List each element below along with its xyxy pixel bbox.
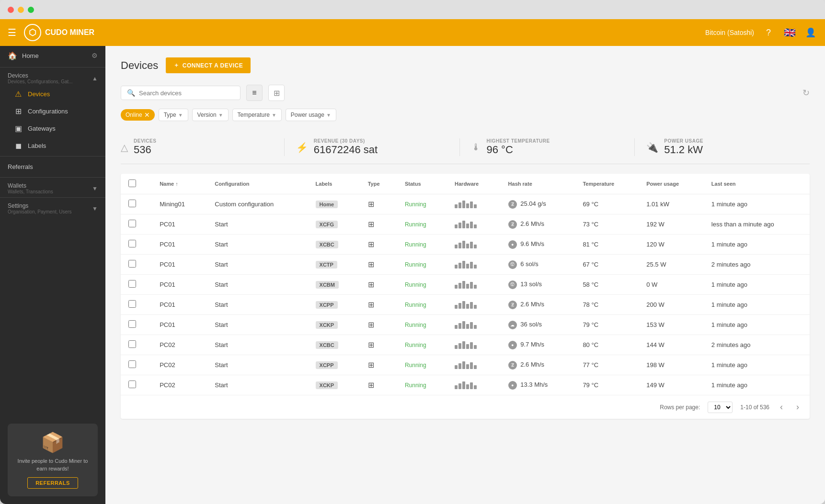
row-checkbox[interactable] xyxy=(121,295,152,315)
row-label: XCKP xyxy=(308,315,360,335)
os-icon: ⊞ xyxy=(368,361,374,369)
devices-label: Devices xyxy=(28,90,50,98)
row-status: Running xyxy=(397,355,447,375)
grid-view-button[interactable]: ⊞ xyxy=(268,85,285,101)
sidebar-item-devices[interactable]: ⚠ Devices xyxy=(0,85,105,102)
row-config: Custom configuration xyxy=(207,194,308,214)
type-filter[interactable]: Type ▼ xyxy=(159,109,188,121)
row-type: ⊞ xyxy=(360,255,397,275)
row-checkbox[interactable] xyxy=(121,335,152,355)
row-select-checkbox[interactable] xyxy=(128,220,136,227)
row-label: Home xyxy=(308,194,360,214)
power-usage-filter[interactable]: Power usage ▼ xyxy=(286,109,336,121)
row-checkbox[interactable] xyxy=(121,255,152,275)
row-select-checkbox[interactable] xyxy=(128,340,136,348)
row-hardware xyxy=(447,355,501,375)
collapse-icon[interactable]: ▲ xyxy=(92,75,98,82)
row-power: 153 W xyxy=(639,315,704,335)
rows-per-page-select[interactable]: 10 25 50 xyxy=(708,402,733,413)
list-view-button[interactable]: ≡ xyxy=(246,85,263,101)
row-hashrate: Ƶ 2.6 Mh/s xyxy=(501,355,575,375)
account-icon[interactable]: 👤 xyxy=(804,26,817,39)
devices-stat-icon: △ xyxy=(121,142,128,153)
row-last-seen: less than a minute ago xyxy=(704,214,810,235)
devices-group-subtitle: Devices, Configurations, Gat... xyxy=(8,79,73,84)
sidebar-item-gateways[interactable]: ▣ Gateways xyxy=(0,120,105,137)
row-name: PC01 xyxy=(152,315,207,335)
row-checkbox[interactable] xyxy=(121,355,152,375)
settings-gear-icon[interactable]: ⚙ xyxy=(92,52,98,59)
filters-bar: Online ✕ Type ▼ Version ▼ Temperature ▼ xyxy=(121,109,810,121)
connect-device-button[interactable]: ＋ CONNECT A DEVICE xyxy=(166,57,251,73)
th-name[interactable]: Name ↑ xyxy=(152,174,207,194)
settings-group-header[interactable]: Settings Organisation, Payment, Users ▼ xyxy=(0,200,105,215)
row-select-checkbox[interactable] xyxy=(128,260,136,268)
row-checkbox[interactable] xyxy=(121,315,152,335)
sidebar-item-labels[interactable]: ◼ Labels xyxy=(0,137,105,154)
temperature-filter[interactable]: Temperature ▼ xyxy=(232,109,282,121)
row-select-checkbox[interactable] xyxy=(128,360,136,368)
wallets-group-header[interactable]: Wallets Wallets, Transactions ▼ xyxy=(0,179,105,195)
referrals-button[interactable]: REFERRALS xyxy=(27,477,78,489)
version-filter[interactable]: Version ▼ xyxy=(192,109,229,121)
row-status: Running xyxy=(397,275,447,295)
sidebar-item-home[interactable]: 🏠 Home ⚙ xyxy=(0,46,105,65)
row-checkbox[interactable] xyxy=(121,214,152,235)
row-checkbox[interactable] xyxy=(121,375,152,395)
home-icon: 🏠 xyxy=(8,51,17,60)
row-type: ⊞ xyxy=(360,335,397,355)
row-type: ⊞ xyxy=(360,315,397,335)
row-select-checkbox[interactable] xyxy=(128,200,136,207)
language-flag[interactable]: 🇬🇧 xyxy=(783,26,796,39)
row-temperature: 67 °C xyxy=(575,255,639,275)
row-hardware xyxy=(447,295,501,315)
row-select-checkbox[interactable] xyxy=(128,300,136,308)
wallets-collapse-icon[interactable]: ▼ xyxy=(92,185,98,192)
row-select-checkbox[interactable] xyxy=(128,320,136,328)
row-label: XCBC xyxy=(308,235,360,255)
row-temperature: 58 °C xyxy=(575,275,639,295)
configurations-icon: ⊞ xyxy=(13,106,23,116)
row-hardware xyxy=(447,235,501,255)
online-chip-remove[interactable]: ✕ xyxy=(144,111,150,119)
row-checkbox[interactable] xyxy=(121,235,152,255)
row-power: 120 W xyxy=(639,235,704,255)
devices-stat-label: DEVICES xyxy=(134,138,156,144)
gateways-icon: ▣ xyxy=(13,123,23,133)
table-row: Mining01 Custom configuration Home ⊞ Run… xyxy=(121,194,810,214)
row-power: 200 W xyxy=(639,295,704,315)
online-chip-label: Online xyxy=(126,112,142,118)
minimize-button[interactable] xyxy=(18,7,24,13)
prev-page-button[interactable]: ‹ xyxy=(777,401,786,413)
row-last-seen: 1 minute ago xyxy=(704,295,810,315)
row-select-checkbox[interactable] xyxy=(128,280,136,288)
settings-collapse-icon[interactable]: ▼ xyxy=(92,205,98,212)
row-hardware xyxy=(447,194,501,214)
maximize-button[interactable] xyxy=(28,7,34,13)
row-label: XCBM xyxy=(308,275,360,295)
row-checkbox[interactable] xyxy=(121,275,152,295)
devices-group-header[interactable]: Devices Devices, Configurations, Gat... … xyxy=(0,69,105,85)
select-all-checkbox[interactable] xyxy=(128,179,136,187)
devices-group: Devices Devices, Configurations, Gat... xyxy=(8,72,73,84)
close-button[interactable] xyxy=(8,7,14,13)
row-select-checkbox[interactable] xyxy=(128,381,136,388)
help-icon[interactable]: ? xyxy=(762,26,775,39)
row-checkbox[interactable] xyxy=(121,194,152,214)
online-filter-chip[interactable]: Online ✕ xyxy=(121,109,155,121)
main-content: Devices ＋ CONNECT A DEVICE 🔍 ≡ ⊞ ↻ xyxy=(105,46,825,504)
refresh-icon[interactable]: ↻ xyxy=(802,88,810,98)
next-page-button[interactable]: › xyxy=(793,401,802,413)
search-input[interactable] xyxy=(139,90,234,97)
row-config: Start xyxy=(207,295,308,315)
sidebar-item-referrals[interactable]: Referrals xyxy=(0,158,105,175)
sidebar-item-configurations[interactable]: ⊞ Configurations xyxy=(0,102,105,120)
devices-icon: ⚠ xyxy=(13,89,23,99)
row-config: Start xyxy=(207,315,308,335)
sidebar: 🏠 Home ⚙ Devices Devices, Configurations… xyxy=(0,46,105,504)
os-icon: ⊞ xyxy=(368,280,374,289)
th-checkbox xyxy=(121,174,152,194)
hamburger-menu[interactable]: ☰ xyxy=(8,27,16,38)
row-select-checkbox[interactable] xyxy=(128,240,136,247)
labels-icon: ◼ xyxy=(13,141,23,150)
